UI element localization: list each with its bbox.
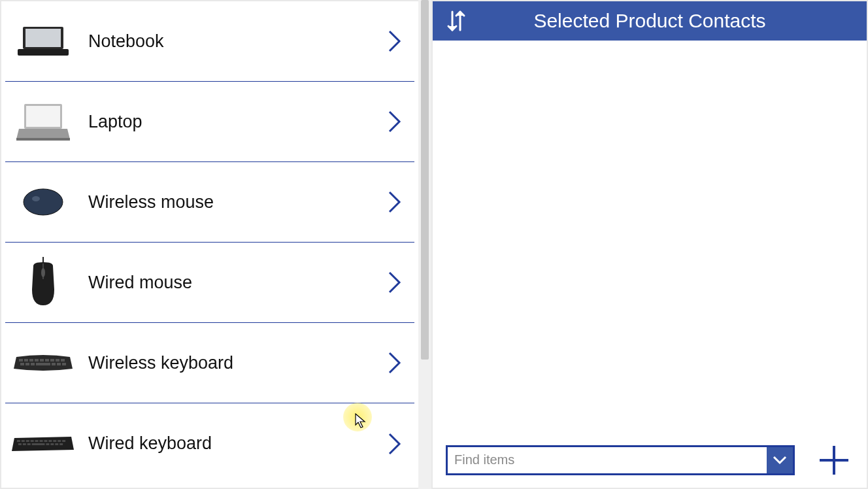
product-label: Notebook [74, 31, 382, 52]
product-list: Notebook Laptop [1, 1, 418, 484]
svg-rect-23 [31, 363, 35, 365]
svg-rect-4 [26, 106, 60, 127]
svg-rect-38 [58, 440, 61, 442]
svg-point-9 [32, 196, 40, 201]
svg-rect-46 [55, 443, 58, 445]
svg-rect-34 [40, 440, 43, 442]
contacts-footer [433, 432, 867, 488]
product-list-panel: Notebook Laptop [0, 0, 418, 489]
svg-rect-18 [50, 359, 54, 362]
svg-rect-20 [61, 359, 65, 362]
notebook-icon [12, 10, 74, 73]
chevron-right-icon [382, 352, 408, 374]
svg-rect-19 [56, 359, 59, 362]
product-row-wireless-keyboard[interactable]: Wireless keyboard [5, 323, 414, 403]
product-label: Wireless mouse [74, 192, 382, 212]
svg-rect-27 [62, 363, 66, 365]
app-container: Notebook Laptop [0, 0, 868, 489]
svg-rect-47 [59, 443, 63, 445]
svg-rect-13 [24, 359, 28, 362]
svg-rect-44 [46, 443, 49, 445]
mouse-icon [12, 171, 74, 233]
svg-rect-41 [23, 443, 26, 445]
svg-rect-26 [57, 363, 61, 365]
svg-rect-45 [50, 443, 54, 445]
scrollbar-thumb[interactable] [421, 0, 429, 360]
keyboard-icon [12, 332, 74, 394]
svg-rect-17 [45, 359, 49, 362]
svg-rect-33 [35, 440, 39, 442]
product-row-laptop[interactable]: Laptop [5, 82, 414, 162]
contacts-header: Selected Product Contacts [433, 1, 867, 41]
svg-rect-14 [29, 359, 33, 362]
product-label: Wireless keyboard [74, 353, 382, 373]
mouse-wired-icon [12, 252, 74, 314]
svg-rect-25 [52, 363, 56, 365]
svg-rect-36 [48, 440, 52, 442]
sort-icon[interactable] [446, 9, 478, 33]
svg-rect-43 [32, 443, 45, 445]
svg-rect-37 [53, 440, 56, 442]
product-row-wired-keyboard[interactable]: Wired keyboard [5, 403, 414, 484]
svg-rect-32 [31, 440, 34, 442]
svg-rect-1 [25, 29, 61, 47]
find-items-combobox[interactable] [446, 445, 795, 475]
chevron-right-icon [382, 191, 408, 213]
chevron-right-icon [382, 30, 408, 52]
svg-rect-30 [22, 440, 25, 442]
svg-rect-42 [27, 443, 31, 445]
product-label: Wired mouse [74, 273, 382, 293]
svg-rect-6 [16, 138, 70, 141]
laptop-icon [12, 91, 74, 153]
product-row-wired-mouse[interactable]: Wired mouse [5, 243, 414, 323]
chevron-right-icon [382, 433, 408, 455]
product-label: Wired keyboard [74, 433, 382, 454]
svg-rect-12 [19, 359, 23, 362]
svg-rect-2 [18, 49, 69, 56]
contacts-body [433, 41, 867, 432]
product-row-wireless-mouse[interactable]: Wireless mouse [5, 162, 414, 243]
svg-rect-15 [35, 359, 39, 362]
contacts-header-title: Selected Product Contacts [478, 10, 854, 32]
product-label: Laptop [74, 112, 382, 132]
svg-rect-16 [40, 359, 44, 362]
svg-marker-5 [16, 129, 70, 139]
svg-rect-35 [44, 440, 47, 442]
chevron-right-icon [382, 110, 408, 133]
svg-point-11 [41, 268, 45, 277]
svg-rect-39 [62, 440, 65, 442]
keyboard-long-icon [12, 413, 74, 475]
svg-rect-21 [20, 363, 24, 365]
add-button[interactable] [814, 441, 854, 480]
svg-rect-29 [17, 440, 20, 442]
contacts-panel: Selected Product Contacts [431, 0, 868, 489]
svg-rect-31 [26, 440, 29, 442]
find-items-dropdown-button[interactable] [767, 447, 793, 473]
svg-rect-40 [18, 443, 22, 445]
product-row-notebook[interactable]: Notebook [5, 1, 414, 82]
chevron-right-icon [382, 271, 408, 294]
svg-rect-22 [25, 363, 29, 365]
svg-rect-24 [36, 363, 50, 365]
scrollbar[interactable] [418, 0, 431, 489]
find-items-input[interactable] [448, 447, 767, 473]
